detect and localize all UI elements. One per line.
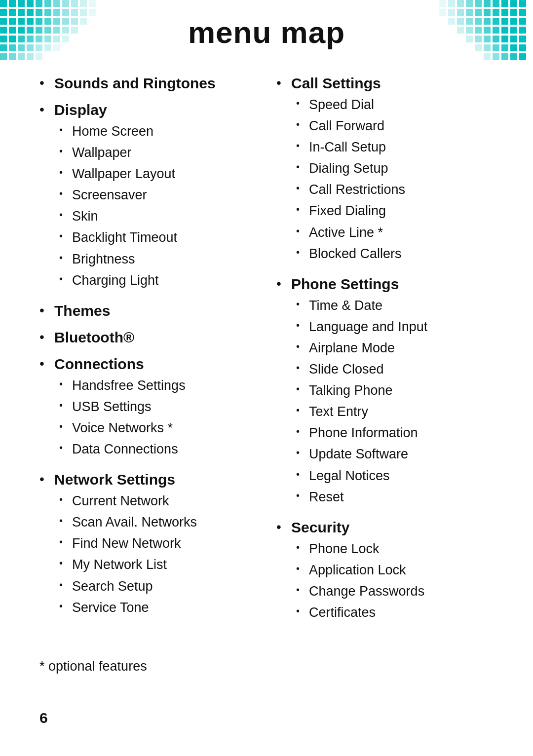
sub-list-item: •Text Entry [296, 403, 494, 420]
svg-rect-94 [493, 27, 499, 34]
sub-list-item: •Blocked Callers [296, 245, 494, 263]
sub-bullet-icon: • [296, 425, 305, 437]
top-item-content: Display•Home Screen•Wallpaper•Wallpaper … [54, 101, 257, 293]
sub-list-item: •Skin [59, 208, 257, 225]
svg-rect-27 [44, 18, 51, 25]
svg-rect-66 [484, 0, 491, 7]
svg-rect-81 [448, 18, 455, 25]
sub-list-item: •Call Restrictions [296, 181, 494, 198]
sub-list: •Current Network•Scan Avail. Networks•Fi… [59, 492, 257, 616]
sub-bullet-icon: • [59, 579, 68, 591]
sub-list-item: •Screensaver [59, 187, 257, 204]
svg-rect-54 [44, 44, 51, 51]
sub-item-label: Home Screen [72, 123, 153, 140]
svg-rect-51 [18, 44, 25, 51]
top-item-content: Call Settings•Speed Dial•Call Forward•In… [291, 75, 494, 266]
sub-item-label: Application Lock [309, 562, 406, 579]
top-list-item: •Security•Phone Lock•Application Lock•Ch… [276, 519, 494, 625]
page-number: 6 [39, 710, 48, 726]
top-item-content: Connections•Handsfree Settings•USB Setti… [54, 355, 257, 462]
sub-item-label: Skin [72, 208, 98, 225]
sub-list-item: •Brightness [59, 251, 257, 268]
svg-rect-13 [18, 9, 25, 16]
svg-rect-87 [501, 18, 508, 25]
bullet-icon: • [39, 472, 50, 487]
svg-rect-91 [466, 27, 473, 34]
svg-rect-50 [9, 44, 16, 51]
svg-rect-78 [501, 9, 508, 16]
sub-item-label: Voice Networks * [72, 419, 173, 437]
sub-item-label: Screensaver [72, 187, 147, 204]
svg-rect-23 [9, 18, 16, 25]
sub-bullet-icon: • [59, 209, 68, 221]
top-item-label: Sounds and Ringtones [54, 75, 216, 91]
svg-rect-63 [457, 0, 464, 7]
top-item-content: Bluetooth® [54, 329, 257, 346]
svg-rect-25 [27, 18, 34, 25]
sub-list-item: •Current Network [59, 492, 257, 510]
svg-rect-6 [53, 0, 60, 7]
sub-item-label: In-Call Setup [309, 139, 386, 156]
svg-rect-59 [27, 53, 34, 60]
svg-rect-110 [519, 44, 526, 51]
svg-rect-48 [62, 36, 69, 42]
sub-bullet-icon: • [59, 442, 68, 454]
svg-rect-31 [80, 18, 87, 25]
right-column: •Call Settings•Speed Dial•Call Forward•I… [276, 75, 494, 634]
svg-rect-56 [0, 53, 7, 60]
sub-list-item: •Data Connections [59, 441, 257, 458]
bullet-icon: • [276, 276, 287, 292]
top-list-item: •Display•Home Screen•Wallpaper•Wallpaper… [39, 101, 257, 293]
sub-list-item: •Charging Light [59, 272, 257, 289]
sub-item-label: Language and Input [309, 318, 427, 336]
main-content: •Sounds and Ringtones•Display•Home Scree… [0, 70, 533, 654]
svg-rect-7 [62, 0, 69, 7]
svg-rect-96 [510, 27, 517, 34]
svg-rect-72 [448, 9, 455, 16]
svg-rect-40 [71, 27, 78, 34]
sub-item-label: Phone Information [309, 424, 418, 442]
svg-rect-34 [18, 27, 25, 34]
svg-rect-92 [475, 27, 482, 34]
bullet-icon: • [39, 356, 50, 372]
sub-item-label: Handsfree Settings [72, 377, 186, 394]
sub-list-item: •Certificates [296, 604, 494, 621]
sub-list-item: •Time & Date [296, 297, 494, 314]
svg-rect-19 [71, 9, 78, 16]
sub-bullet-icon: • [296, 362, 305, 374]
top-item-content: Network Settings•Current Network•Scan Av… [54, 471, 257, 620]
svg-rect-101 [493, 36, 499, 42]
sub-bullet-icon: • [296, 605, 305, 617]
svg-rect-77 [493, 9, 499, 16]
svg-rect-83 [466, 18, 473, 25]
sub-item-label: Time & Date [309, 297, 382, 314]
sub-item-label: Blocked Callers [309, 245, 402, 263]
sub-bullet-icon: • [296, 118, 305, 130]
svg-rect-107 [493, 44, 499, 51]
sub-bullet-icon: • [59, 273, 68, 285]
svg-rect-115 [519, 53, 526, 60]
left-top-list: •Sounds and Ringtones•Display•Home Scree… [39, 75, 257, 620]
svg-rect-84 [475, 18, 482, 25]
sub-bullet-icon: • [59, 600, 68, 612]
sub-bullet-icon: • [296, 140, 305, 151]
svg-rect-39 [62, 27, 69, 34]
top-list-item: •Network Settings•Current Network•Scan A… [39, 471, 257, 620]
svg-rect-80 [519, 9, 526, 16]
sub-bullet-icon: • [296, 97, 305, 109]
bullet-icon: • [39, 330, 50, 345]
svg-rect-109 [510, 44, 517, 51]
svg-rect-21 [89, 9, 96, 16]
svg-rect-16 [44, 9, 51, 16]
sub-bullet-icon: • [59, 252, 68, 264]
sub-item-label: Backlight Timeout [72, 229, 177, 246]
sub-bullet-icon: • [296, 340, 305, 352]
svg-rect-95 [501, 27, 508, 34]
sub-list-item: •Reset [296, 489, 494, 506]
svg-rect-68 [501, 0, 508, 7]
sub-item-label: Fixed Dialing [309, 202, 386, 220]
sub-item-label: Current Network [72, 492, 169, 510]
sub-bullet-icon: • [296, 563, 305, 574]
sub-bullet-icon: • [296, 584, 305, 596]
top-item-content: Security•Phone Lock•Application Lock•Cha… [291, 519, 494, 625]
